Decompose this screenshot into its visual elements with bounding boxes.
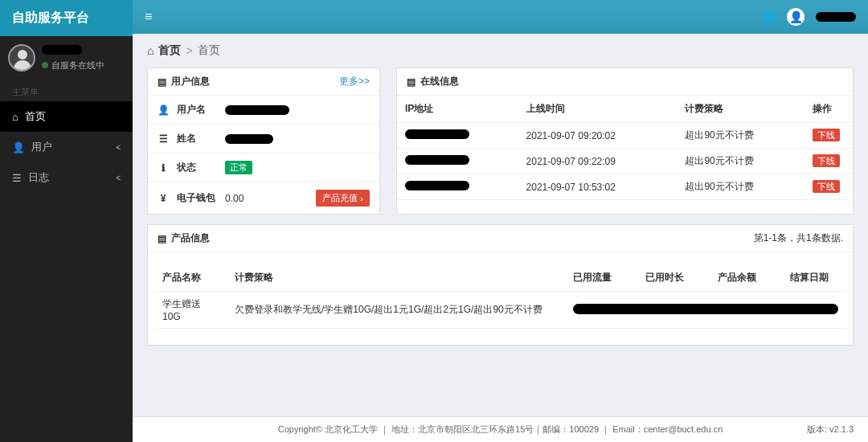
person-icon: 👤 [158, 104, 169, 116]
cell-time: 2021-09-07 09:22:09 [518, 149, 678, 174]
chevron-left-icon: < [116, 143, 121, 152]
username-value-redacted [225, 105, 289, 115]
info-icon: ℹ [158, 162, 169, 174]
realname-label: 姓名 [177, 132, 217, 145]
cell-policy: 欠费登录和教学无线/学生赠10G/超出1元1G/超出2元1G/超出90元不计费 [227, 292, 565, 329]
menu-user[interactable]: 👤 用户 < [0, 132, 133, 162]
product-info-title: 产品信息 [171, 231, 210, 245]
th-action: 操作 [805, 96, 853, 123]
online-table: IP地址 上线时间 计费策略 操作 2021-09-07 09:20:02 超出… [397, 96, 853, 200]
th-traffic: 已用流量 [565, 264, 637, 292]
sidebar: 自助服务平台 自服务在线中 主菜单 ⌂ 首页 👤 用户 < [0, 0, 133, 442]
sidebar-username-redacted [42, 45, 82, 55]
home-icon: ⌂ [147, 44, 154, 57]
th-icon: ▤ [158, 233, 166, 244]
menu-user-label: 用户 [31, 140, 52, 154]
product-count: 第1-1条，共1条数据. [754, 231, 843, 245]
recharge-button[interactable]: 产品充值 › [316, 190, 370, 207]
footer: Copyright© 北京化工大学 ｜ 地址：北京市朝阳区北三环东路15号｜邮编… [133, 416, 868, 442]
main: ≡ 🌐 ⌂ 首页 > 首页 ▤ 用户信息 更多>> [133, 0, 868, 442]
th-time: 上线时间 [518, 96, 678, 123]
cell-name: 学生赠送10G [154, 292, 227, 329]
user-icon: 👤 [12, 141, 25, 153]
th-policy: 计费策略 [677, 96, 805, 123]
offline-button[interactable]: 下线 [813, 129, 840, 141]
username-label: 用户名 [177, 103, 217, 117]
breadcrumb-current: 首页 [198, 43, 220, 58]
menu-log-label: 日志 [28, 170, 49, 185]
menu-log[interactable]: ☰ 日志 < [0, 162, 133, 193]
user-info-title: 用户信息 [171, 75, 210, 88]
th-name: 产品名称 [154, 264, 227, 292]
online-info-title: 在线信息 [420, 75, 459, 88]
breadcrumb-sep: > [186, 44, 192, 57]
status-dot-icon [42, 62, 48, 68]
avatar-icon [8, 44, 35, 72]
menu-home-label: 首页 [25, 109, 46, 124]
topbar-avatar-icon[interactable] [787, 8, 805, 26]
panel-user-info: ▤ 用户信息 更多>> 👤 用户名 ☰ 姓名 [147, 68, 380, 215]
home-icon: ⌂ [12, 111, 18, 123]
sidebar-status-text: 自服务在线中 [51, 59, 104, 72]
list-icon: ☰ [158, 133, 169, 145]
th-icon: ▤ [158, 76, 166, 88]
footer-copyright: Copyright© 北京化工大学 ｜ 地址：北京市朝阳区北三环东路15号｜邮编… [278, 424, 723, 434]
chevron-right-icon: › [360, 194, 363, 203]
panel-online-info: ▤ 在线信息 IP地址 上线时间 计费策略 操作 [396, 68, 854, 215]
menu-home[interactable]: ⌂ 首页 [0, 101, 133, 132]
chevron-left-icon: < [116, 174, 121, 182]
status-badge: 正常 [225, 161, 252, 174]
realname-value-redacted [225, 134, 273, 144]
th-icon: ▤ [407, 76, 416, 88]
globe-icon[interactable]: 🌐 [763, 11, 776, 23]
offline-button[interactable]: 下线 [813, 180, 840, 193]
table-row: 2021-09-07 09:20:02 超出90元不计费 下线 [397, 123, 853, 149]
product-table: 产品名称 计费策略 已用流量 已用时长 产品余额 结算日期 学生赠送10G 欠费… [154, 264, 846, 329]
th-settle: 结算日期 [782, 264, 846, 292]
table-row: 2021-09-07 10:53:02 超出90元不计费 下线 [397, 174, 853, 200]
wallet-value: 0.00 [225, 193, 244, 204]
breadcrumb: ⌂ 首页 > 首页 [133, 34, 868, 68]
yen-icon: ¥ [158, 193, 169, 204]
topbar-username-redacted [816, 12, 856, 22]
sidebar-user-panel: 自服务在线中 [0, 36, 133, 80]
th-balance: 产品余额 [710, 264, 782, 292]
menu-header: 主菜单 [0, 80, 133, 101]
table-row: 学生赠送10G 欠费登录和教学无线/学生赠10G/超出1元1G/超出2元1G/超… [154, 292, 846, 329]
th-ip: IP地址 [397, 96, 518, 123]
breadcrumb-home[interactable]: 首页 [158, 43, 181, 58]
offline-button[interactable]: 下线 [813, 154, 840, 167]
ip-redacted [405, 181, 469, 190]
cell-policy: 超出90元不计费 [677, 174, 805, 200]
more-link[interactable]: 更多>> [339, 75, 370, 88]
table-row: 2021-09-07 09:22:09 超出90元不计费 下线 [397, 149, 853, 174]
ip-redacted [405, 129, 469, 139]
list-icon: ☰ [12, 172, 22, 184]
cell-time: 2021-09-07 09:20:02 [518, 123, 678, 149]
footer-version: 版本: v2.1.3 [807, 424, 854, 436]
wallet-label: 电子钱包 [177, 191, 217, 205]
cell-policy: 超出90元不计费 [677, 123, 805, 149]
ip-redacted [405, 155, 469, 165]
th-policy: 计费策略 [227, 264, 565, 292]
th-duration: 已用时长 [637, 264, 710, 292]
hamburger-icon[interactable]: ≡ [145, 10, 152, 24]
panel-product-info: ▤ 产品信息 第1-1条，共1条数据. 产品名称 计费策略 已用流量 已用时长 … [147, 224, 854, 346]
sidebar-status: 自服务在线中 [42, 59, 104, 72]
product-values-redacted [573, 304, 838, 314]
brand-title: 自助服务平台 [0, 0, 133, 36]
cell-policy: 超出90元不计费 [677, 149, 805, 174]
topbar: ≡ 🌐 [133, 0, 868, 34]
cell-time: 2021-09-07 10:53:02 [518, 174, 678, 200]
status-label: 状态 [177, 161, 217, 174]
